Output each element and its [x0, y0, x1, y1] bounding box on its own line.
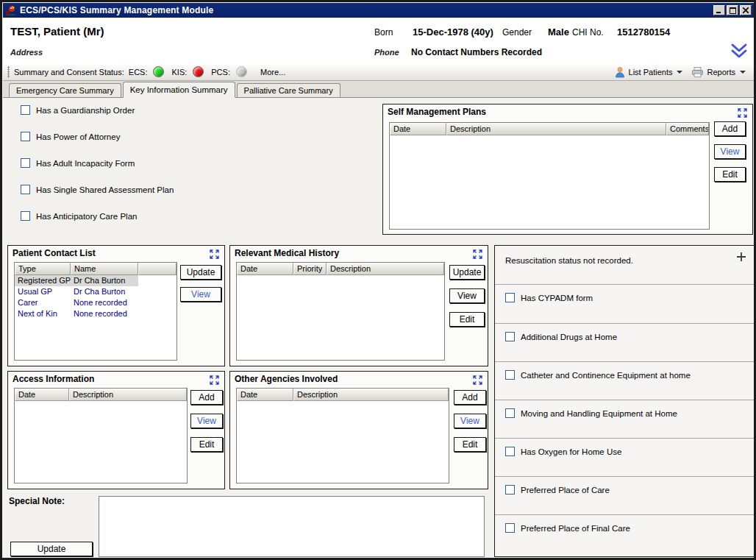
close-icon	[743, 7, 749, 13]
other-agencies-table[interactable]: Date Description	[236, 388, 449, 483]
more-link[interactable]: More...	[260, 68, 285, 77]
medical-history-update-button[interactable]: Update	[449, 265, 485, 280]
reports-button[interactable]: Reports	[689, 65, 748, 79]
self-management-add-button[interactable]: Add	[714, 121, 746, 136]
catheter-continence-flag: Catheter and Continence Equipment at hom…	[505, 370, 691, 380]
column-description[interactable]: Description	[327, 263, 444, 275]
oxygen-label: Has Oxygen for Home Use	[521, 447, 621, 456]
title-bar: ECS/PCS/KIS Summary Management Module	[3, 3, 754, 18]
add-resuscitation-icon[interactable]	[736, 252, 746, 262]
adult-incapacity-checkbox[interactable]	[21, 158, 30, 168]
contact-row-usual-gp[interactable]: Usual GP Dr Cha Burton	[15, 286, 176, 297]
contact-name: Dr Cha Burton	[71, 275, 138, 286]
patient-contact-expand-icon[interactable]	[210, 249, 219, 259]
medical-history-view-button[interactable]: View	[449, 288, 485, 303]
special-note-input[interactable]	[99, 496, 485, 557]
column-date[interactable]: Date	[237, 263, 293, 275]
oxygen-checkbox[interactable]	[505, 447, 515, 456]
gender-value: Male	[548, 26, 569, 38]
relevant-medical-history-title: Relevant Medical History	[235, 248, 339, 258]
other-agencies-expand-icon[interactable]	[473, 375, 482, 385]
medical-history-edit-button[interactable]: Edit	[449, 312, 485, 327]
self-management-view-button[interactable]: View	[714, 144, 746, 159]
access-information-add-button[interactable]: Add	[190, 390, 223, 405]
flag-adult-incapacity: Has Adult Incapacity Form	[21, 158, 135, 168]
column-date[interactable]: Date	[15, 389, 69, 401]
moving-handling-row: Moving and Handling Equipment at Home	[495, 400, 754, 438]
other-agencies-view-button[interactable]: View	[454, 414, 486, 428]
cypadm-label: Has CYPADM form	[521, 294, 593, 302]
window-frame: ECS/PCS/KIS Summary Management Module TE…	[2, 2, 754, 558]
table-header: Date Description Comments	[390, 123, 709, 135]
minimize-button[interactable]	[713, 5, 725, 15]
other-agencies-add-button[interactable]: Add	[454, 390, 486, 405]
relevant-medical-history-panel: Relevant Medical History Date Priority D…	[229, 245, 488, 366]
cypadm-row: Has CYPADM form	[495, 284, 754, 323]
moving-handling-checkbox[interactable]	[505, 408, 515, 418]
additional-drugs-checkbox[interactable]	[505, 332, 515, 341]
toolbar-right-group: List Patients Reports	[607, 63, 748, 81]
contact-row-registered-gp[interactable]: Registered GP Dr Cha Burton	[15, 275, 176, 286]
tab-palliative-care-summary[interactable]: Palliative Care Summary	[237, 83, 340, 97]
access-information-view-button[interactable]: View	[190, 414, 223, 428]
flag-guardianship-order: Has a Guardianship Order	[21, 105, 135, 115]
maximize-button[interactable]	[727, 5, 738, 15]
column-comments[interactable]: Comments	[666, 123, 709, 135]
moving-handling-flag: Moving and Handling Equipment at Home	[505, 408, 677, 418]
phone-label: Phone	[374, 48, 399, 57]
patient-contact-list-title: Patient Contact List	[13, 248, 96, 258]
contact-type: Usual GP	[15, 286, 71, 297]
list-patients-button[interactable]: List Patients	[612, 65, 685, 79]
anticipatory-care-plan-checkbox[interactable]	[21, 211, 30, 221]
pcs-label: PCS:	[211, 68, 230, 77]
tab-key-information-summary[interactable]: Key Information Summary	[123, 82, 235, 98]
toolbar-grip	[7, 66, 10, 78]
patient-contact-table[interactable]: Type Name Registered GP Dr Cha Burton Us…	[14, 262, 177, 361]
patient-contact-update-button[interactable]: Update	[180, 265, 221, 280]
patient-contact-view-button[interactable]: View	[180, 287, 221, 302]
column-priority[interactable]: Priority	[293, 263, 327, 275]
access-information-edit-button[interactable]: Edit	[190, 437, 223, 452]
other-agencies-edit-button[interactable]: Edit	[454, 437, 486, 452]
single-shared-assessment-checkbox[interactable]	[21, 185, 30, 194]
access-information-expand-icon[interactable]	[210, 375, 219, 385]
guardianship-order-checkbox[interactable]	[21, 105, 30, 115]
expand-demographics-icon[interactable]	[730, 43, 749, 59]
maximize-icon	[730, 7, 736, 14]
address-label: Address	[10, 48, 43, 57]
column-description[interactable]: Description	[69, 389, 187, 401]
column-description[interactable]: Description	[446, 123, 666, 135]
self-management-expand-icon[interactable]	[738, 108, 747, 118]
special-note-update-button[interactable]: Update	[10, 542, 93, 556]
medical-history-table[interactable]: Date Priority Description	[236, 262, 445, 361]
cypadm-flag: Has CYPADM form	[505, 293, 593, 302]
born-label: Born	[374, 27, 393, 38]
column-description[interactable]: Description	[293, 389, 449, 401]
self-management-plans-table[interactable]: Date Description Comments	[389, 122, 710, 230]
contact-name: Dr Cha Burton	[71, 286, 138, 297]
resuscitation-status-text: Resuscitation status not recorded.	[505, 256, 633, 265]
flag-power-of-attorney: Has Power of Attorney	[21, 132, 120, 141]
column-blank[interactable]	[138, 263, 176, 275]
kis-label: KIS:	[171, 68, 187, 77]
column-name[interactable]: Name	[71, 263, 138, 275]
close-button[interactable]	[740, 5, 752, 15]
chi-value: 1512780154	[617, 26, 670, 38]
medical-history-expand-icon[interactable]	[473, 249, 482, 259]
catheter-continence-checkbox[interactable]	[505, 370, 515, 380]
preferred-place-care-checkbox[interactable]	[505, 485, 515, 495]
column-date[interactable]: Date	[237, 389, 293, 401]
patient-header: TEST, Patient (Mr) Born 15-Dec-1978 (40y…	[3, 18, 754, 63]
column-date[interactable]: Date	[390, 123, 446, 135]
access-information-table[interactable]: Date Description	[14, 388, 188, 483]
column-type[interactable]: Type	[15, 263, 71, 275]
catheter-continence-label: Catheter and Continence Equipment at hom…	[521, 371, 691, 380]
tab-emergency-care-summary[interactable]: Emergency Care Summary	[9, 83, 121, 97]
cypadm-checkbox[interactable]	[505, 293, 515, 302]
power-of-attorney-checkbox[interactable]	[21, 132, 30, 141]
preferred-place-final-care-checkbox[interactable]	[505, 523, 515, 533]
contact-row-next-of-kin[interactable]: Next of Kin None recorded	[15, 308, 176, 319]
self-management-plans-title: Self Management Plans	[388, 107, 486, 117]
self-management-edit-button[interactable]: Edit	[714, 167, 746, 182]
contact-row-carer[interactable]: Carer None recorded	[15, 297, 176, 308]
